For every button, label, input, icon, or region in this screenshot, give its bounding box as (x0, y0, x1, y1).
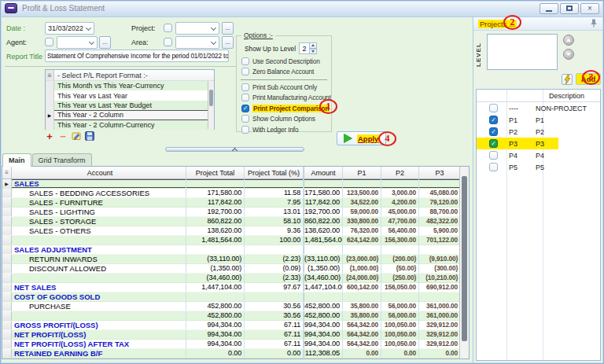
grid-row[interactable]: (34,460.00)(2.33)(34,460.00)(24,000.00)(… (2, 274, 469, 283)
option-row[interactable]: With Ledger Info (237, 124, 331, 135)
agent-combobox[interactable] (57, 36, 98, 49)
value-cell: 192,700.00 (186, 208, 245, 216)
value-cell: 171,580.00 (304, 189, 343, 197)
grid-row[interactable]: NET PROFIT/(LOSS)994,304.0067.11994,304.… (2, 330, 469, 340)
grid-row[interactable]: NET SALES1,447,104.0097.671,447,104.0060… (2, 283, 469, 292)
move-up-button[interactable] (563, 35, 574, 46)
option-row[interactable]: ✓Print Project Comparison (237, 103, 331, 114)
date-combobox[interactable]: 31/03/2022 (45, 22, 94, 35)
report-format-list: ≣ - Select P/L Report Format :- This Mon… (45, 69, 215, 130)
grid-row[interactable]: SALES ADJUSTMENT (2, 245, 469, 255)
option-checkbox[interactable]: ✓ (241, 105, 249, 112)
project-row[interactable]: ----NON-PROJECT (477, 102, 600, 114)
agent-browse-button[interactable]: ... (99, 36, 111, 49)
grid-row[interactable]: DISCOUNT ALLOWED(1,350.00)(0.09)(1,350.0… (2, 264, 469, 274)
remove-format-button[interactable]: − (57, 131, 68, 142)
value-cell: 58.10 (245, 217, 304, 226)
project-row[interactable]: ✓P1P1 (477, 114, 600, 126)
project-browse-button[interactable]: ... (222, 22, 234, 35)
format-list-item[interactable]: This Month vs This Year-Currency (46, 81, 214, 90)
option-row[interactable]: Show Column Options (237, 114, 331, 125)
grid-row[interactable]: GROSS PROFIT/(LOSS)994,304.0067.11994,30… (2, 321, 469, 330)
project-row[interactable]: ✓P2P2 (477, 126, 600, 138)
move-down-button[interactable] (563, 49, 574, 60)
format-list-item[interactable]: This Year vs Last Year (46, 90, 214, 100)
format-list-item[interactable]: ▶This Year - 2 Column (46, 110, 214, 119)
project-checkbox[interactable]: ✓ (489, 139, 498, 148)
project-checkbox[interactable]: ✓ (489, 116, 498, 124)
project-checkbox[interactable]: ✓ (489, 127, 498, 136)
horizontal-splitter[interactable] (165, 147, 304, 152)
project-combobox[interactable] (175, 22, 219, 35)
area-browse-button[interactable]: ... (222, 36, 234, 49)
format-list-item[interactable]: This Year - 2 Column-Currency (46, 120, 214, 130)
value-cell: 9.36 (245, 226, 304, 235)
option-row[interactable]: Use Second Description (237, 56, 331, 67)
project-filter-checkbox[interactable] (164, 24, 172, 32)
column-header[interactable]: Project Total (186, 167, 245, 178)
pin-icon[interactable] (590, 17, 598, 31)
edit-format-button[interactable] (71, 131, 82, 142)
grid-row[interactable]: 1,481,564.00100.001,481,564.00624,142.00… (2, 236, 469, 245)
column-header[interactable]: Project Total (%) (245, 167, 304, 178)
column-header[interactable]: P1 (343, 167, 381, 178)
date-value: 31/03/2022 (48, 24, 85, 32)
minimize-button[interactable] (540, 3, 558, 14)
grid-row[interactable]: ▶SALES (2, 179, 469, 189)
scrollbar-thumb[interactable] (462, 176, 467, 341)
scrollbar-thumb[interactable] (209, 90, 213, 106)
area-filter-checkbox[interactable] (164, 38, 172, 46)
grid-row[interactable]: SALES - LIGHTING192,700.0013.01192,700.0… (2, 208, 469, 217)
option-checkbox[interactable] (241, 94, 249, 101)
option-checkbox[interactable] (241, 68, 249, 75)
project-description: P4 (532, 152, 600, 160)
project-row[interactable]: P5P5 (477, 161, 600, 173)
column-header[interactable]: P3 (419, 167, 461, 178)
option-checkbox[interactable] (241, 115, 249, 123)
grid-row[interactable]: SALES - OTHERS138,620.009.36138,620.0076… (2, 226, 469, 236)
grid-row[interactable]: 452,800.0030.56452,800.0035,800.0056,000… (2, 311, 469, 321)
option-row[interactable]: Print Manufacturing Account (237, 93, 331, 104)
option-row[interactable]: Print Sub Account Only (237, 82, 331, 93)
option-checkbox[interactable] (241, 126, 249, 134)
level-value[interactable]: 2 (299, 42, 310, 54)
grid-vertical-scrollbar[interactable] (459, 167, 469, 358)
column-header[interactable]: P2 (381, 167, 419, 178)
level-listbox[interactable] (487, 34, 558, 70)
format-list-item[interactable]: This Year vs Last Year Budget (46, 101, 214, 110)
spinner-down-button[interactable] (310, 49, 317, 55)
maximize-button[interactable] (560, 3, 579, 14)
project-checkbox[interactable] (489, 163, 498, 171)
value-cell: 5,900.00 (419, 226, 461, 235)
grid-row[interactable]: RETURN INWARDS(33,110.00)(2.23)(33,110.0… (2, 255, 469, 264)
column-header[interactable]: Amount (304, 167, 343, 178)
grid-row[interactable]: SALES - STORAGE860,822.0058.10860,822.00… (2, 217, 469, 226)
project-checkbox[interactable] (489, 151, 498, 160)
grid-row[interactable]: SALES - FURNITURE117,842.007.95117,842.0… (2, 198, 469, 208)
project-row[interactable]: ✓P3P3 (477, 138, 600, 149)
option-checkbox[interactable] (241, 83, 249, 91)
grid-row[interactable]: NET PROFIT/(LOSS) AFTER TAX994,304.0067.… (2, 340, 469, 349)
grid-row[interactable]: RETAINED EARNING B/F0.000.00112,308.050.… (2, 349, 469, 358)
grid-row[interactable]: PURCHASE452,800.0030.56452,800.0035,800.… (2, 302, 469, 311)
project-row[interactable]: P4P4 (477, 149, 600, 161)
format-list-scrollbar[interactable] (208, 81, 214, 129)
area-combobox[interactable] (175, 36, 219, 49)
tab-main[interactable]: Main (2, 153, 31, 167)
option-checkbox[interactable] (241, 57, 249, 65)
grid-row[interactable]: COST OF GOODS SOLD (2, 292, 469, 302)
quick-action-button[interactable] (562, 74, 573, 85)
option-row[interactable]: Zero Balance Account (237, 67, 331, 78)
tab-grid-transform[interactable]: Grid Transform (32, 153, 92, 166)
spinner-up-button[interactable] (310, 42, 317, 49)
save-format-button[interactable] (84, 131, 95, 142)
grid-row[interactable]: SALES - BEDDING ACCESSORIES171,580.0011.… (2, 189, 469, 198)
project-checkbox[interactable] (489, 104, 498, 112)
agent-filter-checkbox[interactable] (45, 38, 53, 46)
report-title-input[interactable]: Statement Of Comprehensive Income for th… (45, 50, 229, 62)
close-button[interactable]: × (580, 3, 599, 14)
level-spinner[interactable]: 2 (299, 42, 317, 54)
add-format-button[interactable]: + (44, 131, 55, 142)
description-column-header[interactable]: Description (549, 92, 584, 100)
column-header[interactable]: Account (12, 167, 186, 178)
